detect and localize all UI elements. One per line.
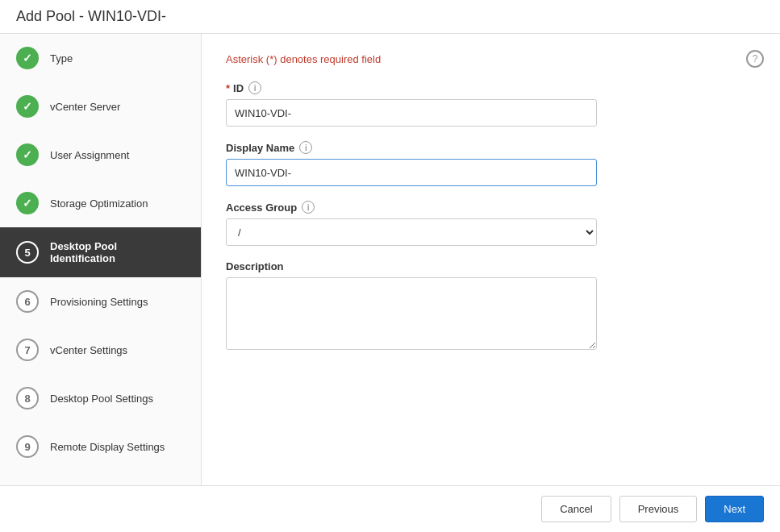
sidebar-item-user-assignment[interactable]: ✓ User Assignment [0, 131, 201, 179]
sidebar-item-remote-display-settings[interactable]: 9 Remote Display Settings [0, 422, 201, 471]
next-button[interactable]: Next [705, 496, 764, 522]
step-number-5: 5 [16, 241, 39, 264]
sidebar: ✓ Type ✓ vCenter Server ✓ User Assignmen… [0, 34, 202, 485]
footer: Cancel Previous Next [0, 485, 780, 532]
help-icon[interactable]: ? [746, 50, 764, 68]
access-group-info-icon[interactable]: i [302, 201, 315, 214]
id-info-icon[interactable]: i [248, 81, 261, 94]
step-check-3: ✓ [16, 143, 39, 166]
required-note: Asterisk (*) denotes required field [226, 53, 756, 65]
sidebar-item-desktop-pool-identification[interactable]: 5 Desktop Pool Identification [0, 227, 201, 277]
sidebar-label-provisioning-settings: Provisioning Settings [50, 296, 148, 308]
sidebar-label-type: Type [50, 52, 73, 64]
description-field-group: Description [226, 260, 756, 352]
step-number-8: 8 [16, 387, 39, 409]
page-title: Add Pool - WIN10-VDI- [16, 8, 166, 24]
step-number-7: 7 [16, 339, 39, 361]
form-area: ? Asterisk (*) denotes required field * … [202, 34, 780, 485]
step-number-9: 9 [16, 435, 39, 458]
step-check-4: ✓ [16, 192, 39, 214]
sidebar-item-provisioning-settings[interactable]: 6 Provisioning Settings [0, 277, 201, 326]
access-group-label-text: Access Group [226, 202, 297, 214]
sidebar-item-desktop-pool-settings[interactable]: 8 Desktop Pool Settings [0, 374, 201, 422]
sidebar-item-storage-optimization[interactable]: ✓ Storage Optimization [0, 179, 201, 227]
display-name-info-icon[interactable]: i [299, 141, 312, 154]
id-label: * ID i [226, 81, 756, 94]
id-input[interactable] [226, 99, 597, 127]
id-field-group: * ID i [226, 81, 756, 127]
cancel-button[interactable]: Cancel [541, 496, 611, 522]
id-label-text: ID [233, 82, 244, 94]
description-label: Description [226, 260, 756, 272]
sidebar-item-type[interactable]: ✓ Type [0, 34, 201, 82]
sidebar-label-vcenter-server: vCenter Server [50, 101, 120, 113]
access-group-select[interactable]: / [226, 218, 597, 246]
display-name-input[interactable] [226, 159, 597, 186]
display-name-label: Display Name i [226, 141, 756, 154]
sidebar-item-vcenter-server[interactable]: ✓ vCenter Server [0, 82, 201, 131]
sidebar-label-desktop-pool-settings: Desktop Pool Settings [50, 393, 153, 405]
sidebar-label-vcenter-settings: vCenter Settings [50, 344, 127, 356]
description-textarea[interactable] [226, 277, 597, 350]
access-group-label: Access Group i [226, 201, 756, 214]
required-star-id: * [226, 82, 230, 94]
title-bar: Add Pool - WIN10-VDI- [0, 0, 780, 34]
sidebar-label-desktop-pool-identification: Desktop Pool Identification [50, 240, 185, 264]
sidebar-label-storage-optimization: Storage Optimization [50, 197, 148, 210]
description-label-text: Description [226, 260, 284, 272]
step-check-1: ✓ [16, 47, 39, 69]
step-check-2: ✓ [16, 95, 39, 118]
previous-button[interactable]: Previous [619, 496, 698, 522]
sidebar-label-user-assignment: User Assignment [50, 149, 129, 161]
sidebar-item-vcenter-settings[interactable]: 7 vCenter Settings [0, 326, 201, 374]
sidebar-label-remote-display-settings: Remote Display Settings [50, 441, 165, 453]
display-name-field-group: Display Name i [226, 141, 756, 186]
access-group-field-group: Access Group i / [226, 201, 756, 246]
display-name-label-text: Display Name [226, 142, 294, 154]
step-number-6: 6 [16, 290, 39, 313]
